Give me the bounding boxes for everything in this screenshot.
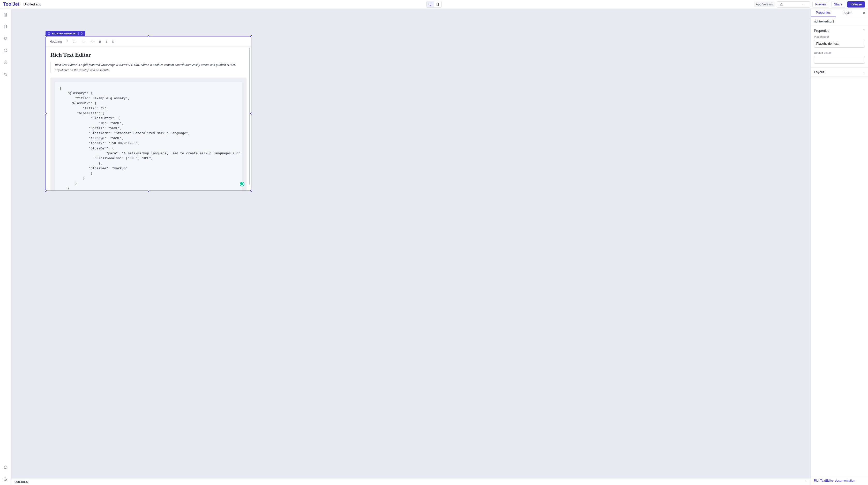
svg-point-7 <box>73 40 74 40</box>
bug-icon[interactable] <box>3 36 8 41</box>
svg-text:3: 3 <box>82 41 83 43</box>
rich-text-editor-component[interactable]: Heading ❝ 123 <> B I U Rich Text Editor … <box>45 36 251 191</box>
rte-toolbar: Heading ❝ 123 <> B I U <box>46 36 251 47</box>
documentation-link[interactable]: RichTextEditor documentation <box>811 476 868 485</box>
layout-section-header[interactable]: Layout ⌄ <box>811 67 868 76</box>
app-version-label: App Version <box>754 2 775 7</box>
grammarly-icon[interactable] <box>240 182 244 186</box>
bullet-list-icon[interactable] <box>73 39 77 44</box>
close-icon[interactable]: ✕ <box>860 11 868 15</box>
default-value-input[interactable] <box>814 56 865 64</box>
version-select[interactable]: v1 ⌄ <box>777 1 810 7</box>
undo-icon[interactable] <box>3 72 8 76</box>
mobile-view-button[interactable] <box>434 1 441 7</box>
top-right-controls: App Version v1 ⌄ Preview Share Release <box>754 1 865 8</box>
resize-handle[interactable] <box>250 35 252 37</box>
code-icon[interactable]: <> <box>91 39 94 44</box>
svg-point-9 <box>73 42 74 42</box>
database-icon[interactable] <box>3 24 8 29</box>
chevron-up-icon[interactable]: ⌃ <box>805 480 807 483</box>
topbar: ToolJet Untitled app App Version v1 ⌄ Pr… <box>0 0 868 9</box>
leftbar <box>0 9 11 485</box>
component-icon <box>48 32 51 35</box>
queries-label: QUERIES <box>14 480 28 483</box>
heading-dropdown[interactable]: Heading <box>50 39 62 43</box>
balloon-icon[interactable] <box>3 465 8 470</box>
code-block-outer: { "glossary": { "title": "example glossa… <box>51 77 247 191</box>
ordered-list-icon[interactable]: 123 <box>82 39 86 44</box>
resize-handle[interactable] <box>148 35 150 37</box>
chevron-up-icon: ⌃ <box>862 29 865 33</box>
moon-icon[interactable] <box>3 477 8 481</box>
scrollbar[interactable] <box>249 47 250 185</box>
placeholder-input[interactable] <box>814 40 865 47</box>
properties-section-header[interactable]: Properties ⌃ <box>811 26 868 35</box>
bold-icon[interactable]: B <box>99 39 101 44</box>
workspace: RICHTEXTEDITOR1 Heading ❝ 123 <box>0 9 868 485</box>
svg-rect-6 <box>48 32 50 34</box>
logo: ToolJet <box>3 2 20 7</box>
tab-styles[interactable]: Styles <box>836 9 861 17</box>
preview-button[interactable]: Preview <box>812 1 829 8</box>
italic-icon[interactable]: I <box>106 39 107 44</box>
inspector-sidebar: Properties Styles ✕ richtexteditor1 Prop… <box>811 9 868 485</box>
svg-point-8 <box>73 41 74 41</box>
app-title[interactable]: Untitled app <box>24 2 41 6</box>
placeholder-label: Placeholder <box>814 35 865 38</box>
section-title: Properties <box>814 29 829 33</box>
desktop-view-button[interactable] <box>427 1 434 7</box>
svg-rect-0 <box>429 3 432 5</box>
share-button[interactable]: Share <box>831 1 845 8</box>
queries-panel-header[interactable]: QUERIES ⌃ <box>11 478 811 485</box>
canvas[interactable]: RICHTEXTEDITOR1 Heading ❝ 123 <box>11 9 811 485</box>
version-value: v1 <box>779 3 783 6</box>
blockquote-icon[interactable]: ❝ <box>66 39 68 44</box>
chat-icon[interactable] <box>3 48 8 53</box>
properties-section: Properties ⌃ Placeholder Default Value <box>811 26 868 67</box>
gear-icon[interactable] <box>3 60 8 65</box>
rte-content-area[interactable]: Rich Text Editor Rich Text Editor is a f… <box>46 47 251 191</box>
component-selection-tag: RICHTEXTEDITOR1 <box>45 31 85 36</box>
component-tag-label: RICHTEXTEDITOR1 <box>52 32 77 35</box>
chevron-down-icon: ⌄ <box>802 3 804 6</box>
page-icon[interactable] <box>3 12 8 17</box>
svg-point-5 <box>5 62 6 63</box>
component-name-input[interactable]: richtexteditor1 <box>811 17 868 26</box>
rte-title: Rich Text Editor <box>51 52 247 58</box>
chevron-down-icon: ⌄ <box>862 70 865 74</box>
tab-properties[interactable]: Properties <box>811 9 836 17</box>
default-value-label: Default Value <box>814 51 865 54</box>
device-switcher <box>427 1 441 8</box>
rte-blockquote: Rich Text Editor is a full-featured Java… <box>51 62 247 73</box>
desktop-icon <box>428 2 432 6</box>
section-title: Layout <box>814 70 824 74</box>
inspector-tabs: Properties Styles ✕ <box>811 9 868 17</box>
code-block: { "glossary": { "title": "example glossa… <box>55 82 242 191</box>
trash-icon[interactable] <box>80 32 83 35</box>
svg-point-4 <box>4 38 6 39</box>
resize-handle[interactable] <box>45 35 46 37</box>
svg-point-3 <box>4 25 6 26</box>
underline-icon[interactable]: U <box>112 39 114 44</box>
layout-section: Layout ⌄ <box>811 67 868 77</box>
mobile-icon <box>436 2 440 6</box>
release-button[interactable]: Release <box>847 1 865 7</box>
